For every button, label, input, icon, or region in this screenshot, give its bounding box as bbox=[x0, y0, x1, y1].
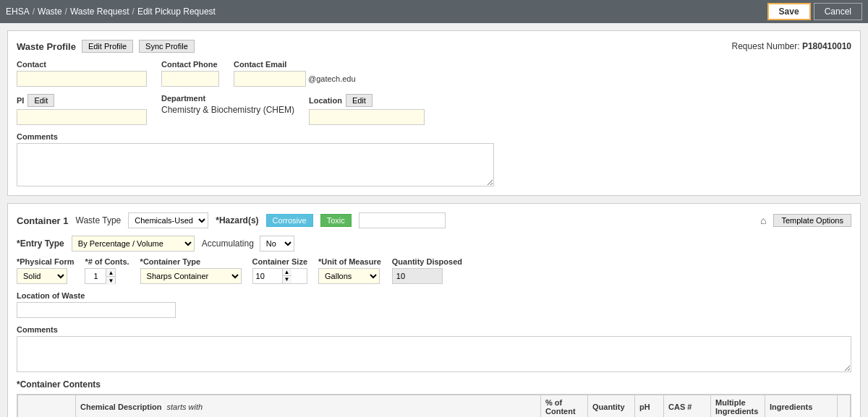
contact-phone-group: Contact Phone bbox=[161, 60, 219, 87]
physical-form-select[interactable]: Solid Liquid Gas bbox=[17, 268, 67, 284]
breadcrumb-waste-request: Waste Request bbox=[70, 7, 129, 17]
email-domain: @gatech.edu bbox=[308, 74, 356, 83]
pi-group: PI Edit bbox=[17, 94, 147, 125]
waste-profile-header: Waste Profile Edit Profile Sync Profile … bbox=[17, 40, 851, 53]
container-size-down-button[interactable]: ▼ bbox=[283, 276, 292, 283]
num-conts-down-button[interactable]: ▼ bbox=[106, 277, 115, 285]
profile-row-2: PI Edit Department Chemistry & Biochemis… bbox=[17, 94, 851, 125]
topbar: EHSA / Waste / Waste Request / Edit Pick… bbox=[0, 0, 868, 23]
container-section: Container 1 Waste Type Chemicals-Used Bi… bbox=[7, 203, 861, 417]
th-actions bbox=[18, 395, 76, 418]
quantity-disposed-input[interactable] bbox=[392, 268, 443, 284]
container-comments-group: Comments bbox=[17, 325, 851, 372]
table-header-row: Chemical Description starts with % of Co… bbox=[18, 395, 851, 418]
th-multiple: Multiple Ingredients bbox=[711, 395, 765, 418]
container-comments-label: Comments bbox=[17, 325, 851, 334]
breadcrumb: EHSA / Waste / Waste Request / Edit Pick… bbox=[6, 7, 216, 17]
unit-of-measure-label: *Unit of Measure bbox=[318, 257, 381, 266]
num-conts-group: *# of Conts. ▲ ▼ bbox=[85, 257, 129, 284]
location-input[interactable] bbox=[309, 109, 425, 125]
contact-label: Contact bbox=[17, 60, 147, 69]
comments-label: Comments bbox=[17, 132, 851, 141]
container-type-group: *Container Type Sharps Container Bottle … bbox=[140, 257, 242, 284]
location-waste-label: Location of Waste bbox=[17, 291, 851, 300]
hazard-extra-input[interactable] bbox=[359, 212, 446, 228]
waste-profile-section: Waste Profile Edit Profile Sync Profile … bbox=[7, 30, 861, 196]
num-conts-up-button[interactable]: ▲ bbox=[106, 269, 115, 277]
physical-form-group: *Physical Form Solid Liquid Gas bbox=[17, 257, 74, 284]
th-pct: % of Content bbox=[541, 395, 588, 418]
contact-email-label: Contact Email bbox=[234, 60, 356, 69]
home-icon[interactable]: ⌂ bbox=[760, 215, 766, 226]
quantity-disposed-label: Quantity Disposed bbox=[392, 257, 462, 266]
template-options-button[interactable]: Template Options bbox=[773, 214, 851, 227]
waste-profile-title: Waste Profile bbox=[17, 41, 76, 52]
hazard-toxic-button[interactable]: Toxic bbox=[320, 214, 352, 227]
accumulating-select[interactable]: No Yes bbox=[260, 236, 294, 252]
container-size-input[interactable] bbox=[253, 269, 282, 283]
contact-phone-input[interactable] bbox=[161, 71, 219, 87]
location-waste-group: Location of Waste bbox=[17, 291, 851, 318]
department-label: Department bbox=[161, 94, 294, 103]
num-conts-label: *# of Conts. bbox=[85, 257, 129, 266]
container-type-select[interactable]: Sharps Container Bottle Drum Box bbox=[140, 268, 242, 284]
edit-profile-button[interactable]: Edit Profile bbox=[82, 40, 133, 53]
contact-phone-label: Contact Phone bbox=[161, 60, 219, 69]
department-group: Department Chemistry & Biochemistry (CHE… bbox=[161, 94, 294, 115]
th-ingredients: Ingredients bbox=[765, 395, 838, 418]
breadcrumb-ehsa: EHSA bbox=[6, 7, 30, 17]
pi-label: PI bbox=[17, 96, 24, 105]
location-edit-button[interactable]: Edit bbox=[346, 94, 373, 107]
container-size-up-button[interactable]: ▲ bbox=[283, 269, 292, 276]
num-conts-input[interactable] bbox=[85, 268, 106, 284]
th-chemical: Chemical Description starts with bbox=[76, 395, 541, 418]
th-scroll bbox=[838, 395, 851, 418]
container-comments-textarea[interactable] bbox=[17, 336, 851, 372]
contact-group: Contact bbox=[17, 60, 147, 87]
pi-input[interactable] bbox=[17, 109, 147, 125]
contents-table: Chemical Description starts with % of Co… bbox=[17, 395, 851, 417]
waste-type-select[interactable]: Chemicals-Used Biological Sharps Other bbox=[128, 212, 208, 228]
contact-email-input[interactable] bbox=[234, 71, 306, 87]
save-button[interactable]: Save bbox=[767, 3, 811, 20]
comments-group: Comments bbox=[17, 132, 851, 186]
pi-edit-button[interactable]: Edit bbox=[27, 94, 54, 107]
request-number-label: Request Number: bbox=[732, 41, 800, 51]
unit-of-measure-group: *Unit of Measure Gallons Liters Pounds K… bbox=[318, 257, 381, 284]
waste-type-label: Waste Type bbox=[76, 215, 122, 225]
container-type-label: *Container Type bbox=[140, 257, 242, 266]
physical-form-row: *Physical Form Solid Liquid Gas *# of Co… bbox=[17, 257, 851, 284]
th-ph: pH bbox=[635, 395, 664, 418]
hazard-corrosive-button[interactable]: Corrosive bbox=[266, 214, 313, 227]
unit-of-measure-select[interactable]: Gallons Liters Pounds Kilograms bbox=[318, 268, 380, 284]
container-contents-label: *Container Contents bbox=[17, 379, 851, 390]
container-size-label: Container Size bbox=[252, 257, 307, 266]
contact-email-group: Contact Email @gatech.edu bbox=[234, 60, 356, 87]
contact-input[interactable] bbox=[17, 71, 147, 87]
container-title: Container 1 bbox=[17, 215, 69, 226]
entry-type-row: *Entry Type By Percentage / Volume By We… bbox=[17, 236, 851, 252]
request-number: Request Number: P180410010 bbox=[732, 41, 851, 51]
th-cas: CAS # bbox=[664, 395, 711, 418]
container-header: Container 1 Waste Type Chemicals-Used Bi… bbox=[17, 212, 851, 228]
entry-type-select[interactable]: By Percentage / Volume By Weight bbox=[72, 236, 195, 252]
department-value: Chemistry & Biochemistry (CHEM) bbox=[161, 105, 294, 115]
th-qty: Quantity bbox=[588, 395, 635, 418]
sync-profile-button[interactable]: Sync Profile bbox=[139, 40, 195, 53]
comments-textarea[interactable] bbox=[17, 143, 494, 186]
accumulating-label: Accumulating bbox=[202, 238, 254, 249]
hazards-label: *Hazard(s) bbox=[216, 215, 258, 225]
cancel-button[interactable]: Cancel bbox=[814, 3, 862, 20]
container-contents-wrapper: Chemical Description starts with % of Co… bbox=[17, 394, 851, 417]
physical-form-label: *Physical Form bbox=[17, 257, 74, 266]
request-number-value: P180410010 bbox=[802, 41, 851, 51]
topbar-actions: Save Cancel bbox=[767, 3, 862, 20]
profile-row-1: Contact Contact Phone Contact Email @gat… bbox=[17, 60, 851, 87]
container-size-group: Container Size ▲ ▼ bbox=[252, 257, 307, 284]
location-label: Location bbox=[309, 96, 342, 105]
entry-type-label: *Entry Type bbox=[17, 238, 64, 249]
quantity-disposed-group: Quantity Disposed bbox=[392, 257, 462, 284]
location-group: Location Edit bbox=[309, 94, 425, 125]
accumulating-row: Accumulating No Yes bbox=[202, 236, 294, 252]
location-waste-input[interactable] bbox=[17, 302, 176, 318]
